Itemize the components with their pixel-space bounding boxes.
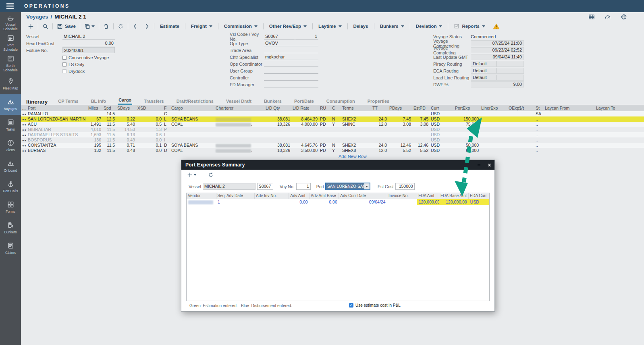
- cell-st[interactable]: ..: [534, 127, 544, 132]
- pes-column-header-fda-amt[interactable]: FDA Amt: [417, 193, 439, 199]
- piracy-routing-secondary-input[interactable]: [497, 61, 524, 67]
- itinerary-row-bosporus[interactable]: ●●●BOSPORUS13611.50.490.0IUSD..: [21, 137, 644, 143]
- cell-pdays[interactable]: [388, 111, 412, 116]
- load-line-routing-input[interactable]: Default: [471, 75, 497, 81]
- cell-portexp[interactable]: 150,000: [454, 116, 480, 122]
- cell-oexpt[interactable]: [507, 116, 534, 122]
- itinerary-row-gibraltar[interactable]: ●●●GIBRALTAR4,01011.514.531.3PUSD..: [21, 127, 644, 132]
- cell-laycanto[interactable]: [595, 111, 644, 116]
- column-header-laycan-from[interactable]: Laycan From: [544, 105, 595, 111]
- cell-st[interactable]: ..: [534, 132, 544, 137]
- menu-bunkers[interactable]: Bunkers: [376, 24, 409, 29]
- pes-column-header-adv-curr[interactable]: Adv Curr: [339, 193, 356, 199]
- cell-laycanto[interactable]: [595, 132, 644, 137]
- cell-c[interactable]: N: [331, 143, 341, 148]
- cell-tt[interactable]: [371, 111, 388, 116]
- sidebar-item-forms[interactable]: Forms: [0, 197, 21, 218]
- tab-port-date[interactable]: Port/Date: [293, 99, 315, 105]
- cell-charterer[interactable]: [214, 137, 264, 143]
- menu-laytime[interactable]: Laytime: [314, 24, 346, 29]
- cell-xsd[interactable]: 0.0: [136, 148, 163, 153]
- cell-port[interactable]: CONSTANTZA: [27, 143, 87, 148]
- tab-properties[interactable]: Properties: [367, 99, 390, 105]
- previous-voyage-button[interactable]: [129, 23, 141, 29]
- cell-ldrate[interactable]: 3,500.00: [291, 148, 319, 153]
- cell-c[interactable]: [331, 127, 341, 132]
- cell-pdays[interactable]: 12.46: [388, 143, 412, 148]
- pes-cell-seq[interactable]: 1: [216, 199, 225, 205]
- cell-ru[interactable]: [319, 111, 331, 116]
- column-header-cargo[interactable]: Cargo: [170, 105, 214, 111]
- cell-curr[interactable]: USD: [430, 143, 454, 148]
- cell-ldqty[interactable]: [264, 111, 291, 116]
- table-view-icon[interactable]: [588, 14, 595, 20]
- row-menu-icon[interactable]: ●●●: [22, 118, 27, 121]
- pes-column-header-date[interactable]: Date: [356, 193, 387, 199]
- sidebar-item-tasks[interactable]: Tasks: [0, 115, 21, 135]
- cell-st[interactable]: ..: [534, 148, 544, 153]
- pes-cell-fda_curr[interactable]: USD: [469, 199, 489, 205]
- cell-tt[interactable]: 12.0: [371, 148, 388, 153]
- cell-spd[interactable]: 11.5: [102, 148, 116, 153]
- cell-ldrate[interactable]: [291, 132, 319, 137]
- vessel-input[interactable]: MICHAIL 2: [62, 33, 115, 39]
- use-estimate-cost-checkbox[interactable]: ✓: [349, 303, 353, 308]
- breadcrumb-section-link[interactable]: Voyages: [26, 14, 48, 20]
- piracy-routing-input[interactable]: Default: [471, 61, 497, 67]
- column-header-charterer[interactable]: Charterer: [214, 105, 264, 111]
- trade-area-input[interactable]: [264, 47, 318, 53]
- cell-pdays[interactable]: [388, 137, 412, 143]
- cell-portexp[interactable]: [454, 137, 480, 143]
- cell-miles[interactable]: 136: [87, 137, 102, 143]
- column-header-estpd[interactable]: EstPD: [412, 105, 430, 111]
- cell-laycanfrom[interactable]: [544, 111, 595, 116]
- cell-tt[interactable]: [371, 127, 388, 132]
- cell-estpd[interactable]: [412, 137, 430, 143]
- dialog-vessel-code-input[interactable]: S0067: [257, 183, 273, 190]
- dwf-input[interactable]: 9.00: [471, 81, 524, 87]
- cell-charterer[interactable]: .: [214, 122, 264, 127]
- cell-f[interactable]: D: [163, 148, 170, 153]
- eca-routing-secondary-input[interactable]: [497, 68, 524, 74]
- pes-cell-invoice_no[interactable]: [387, 199, 417, 205]
- sidebar-item-onboard[interactable]: Onboard: [0, 156, 21, 177]
- cell-xsd[interactable]: [136, 111, 163, 116]
- cell-ldrate[interactable]: [291, 111, 319, 116]
- cell-port[interactable]: RAMALLO: [27, 111, 87, 116]
- cell-curr[interactable]: USD: [430, 111, 454, 116]
- cell-ru[interactable]: [319, 137, 331, 143]
- column-header-ru[interactable]: RU: [319, 105, 331, 111]
- itinerary-row-constantza[interactable]: ●●●CONSTANTZA19511.50.710.1DSOYA BEANS38…: [21, 143, 644, 148]
- vsl-code-input[interactable]: S0067: [264, 33, 295, 39]
- cell-menu[interactable]: ●●●: [21, 111, 27, 116]
- cell-ru[interactable]: PD: [319, 148, 331, 153]
- dialog-add-button[interactable]: [187, 172, 199, 178]
- pes-row[interactable]: 10.000.0009/04/24120,000.00120,000.00USD: [187, 199, 489, 205]
- column-header-xsd[interactable]: XSD: [136, 105, 163, 111]
- row-menu-icon[interactable]: ●●●: [22, 133, 27, 137]
- column-header-terms[interactable]: Terms: [341, 105, 371, 111]
- itinerary-row-burgas[interactable]: ●●●BURGAS13211.50.480.0DCOAL.10,3263,500…: [21, 148, 644, 153]
- delete-button[interactable]: [100, 23, 112, 29]
- menu-deviation[interactable]: Deviation: [411, 24, 447, 29]
- add-new-row-link[interactable]: Add New Row: [339, 154, 367, 159]
- cell-spd[interactable]: 11.5: [102, 137, 116, 143]
- menu-other-rev-exp[interactable]: Other Rev/Exp: [265, 24, 311, 29]
- cell-ldqty[interactable]: 10,326: [264, 148, 291, 153]
- user-group-input[interactable]: [264, 68, 318, 74]
- sidebar-item-voyages[interactable]: Voyages: [0, 94, 21, 115]
- column-header-pdays[interactable]: PDays: [388, 105, 412, 111]
- cell-menu[interactable]: ●●●: [21, 137, 27, 143]
- cell-sdays[interactable]: 0.48: [116, 148, 136, 153]
- cell-f[interactable]: I: [163, 132, 170, 137]
- column-header-curr[interactable]: Curr: [430, 105, 454, 111]
- cell-spd[interactable]: 11.5: [102, 122, 116, 127]
- cell-tt[interactable]: 12.0: [371, 122, 388, 127]
- globe-icon[interactable]: [621, 14, 627, 20]
- column-header-f[interactable]: F: [163, 105, 170, 111]
- cell-laycanfrom[interactable]: [544, 116, 595, 122]
- chtr-specialist-input[interactable]: mgkochar: [264, 54, 318, 60]
- cell-pdays[interactable]: [388, 127, 412, 132]
- cell-terms[interactable]: SHINC: [341, 122, 371, 127]
- cell-portexp[interactable]: [454, 111, 480, 116]
